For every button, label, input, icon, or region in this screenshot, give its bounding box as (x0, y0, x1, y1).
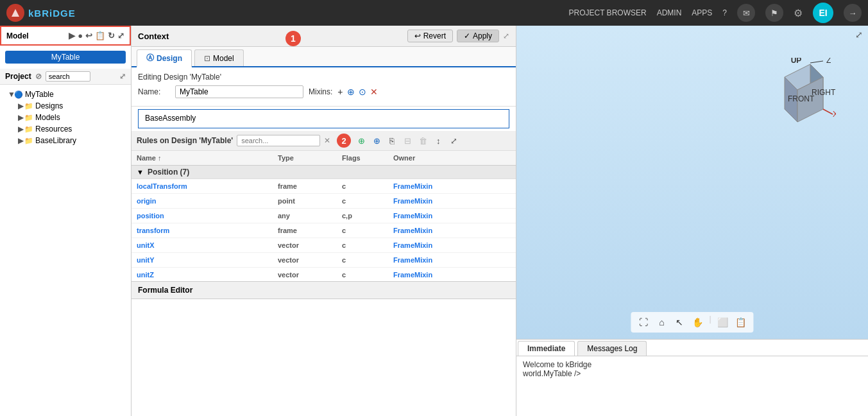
viewport-expand-icon[interactable]: ⤢ (855, 30, 863, 40)
rules-expand-icon[interactable]: ⤢ (447, 134, 460, 147)
rules-table-body: ▼ Position (7) localTransform frame c Fr… (132, 166, 516, 281)
mixin-remove-icon[interactable]: ✕ (370, 87, 378, 97)
project-header: Project ⊘ ⤢ (0, 69, 131, 85)
col-header-owner: Owner (388, 153, 516, 163)
vp-select-icon[interactable]: ↖ (672, 315, 687, 330)
editing-label: Editing Design 'MyTable' (138, 73, 509, 82)
rules-add-icon[interactable]: ⊕ (355, 134, 368, 147)
row-type: vector (273, 240, 337, 250)
apply-button[interactable]: ✓ Apply (457, 30, 499, 42)
project-search-input[interactable] (46, 71, 90, 82)
model-header: Model ▶ ● ↩ 📋 ↻ ⤢ (0, 26, 131, 46)
nav-admin[interactable]: ADMIN (657, 8, 682, 17)
tree-folder-icon: 📁 (24, 137, 33, 145)
mixin-info-icon[interactable]: ⊙ (359, 87, 366, 97)
context-header: Context 1 ↩ Revert ✓ Apply ⤢ (132, 26, 516, 47)
project-expand-icon[interactable]: ⤢ (119, 72, 126, 81)
left-panel: Model ▶ ● ↩ 📋 ↻ ⤢ MyTable Project ⊘ ⤢ ▼ … (0, 26, 132, 416)
model-doc-icon[interactable]: 📋 (95, 31, 105, 40)
row-owner[interactable]: FrameMixin (388, 196, 516, 206)
row-name[interactable]: unitZ (132, 270, 273, 280)
right-panel: ⤢ UP Z (516, 26, 868, 416)
app-title: kBRiDGE (28, 8, 76, 19)
nav-flag-icon[interactable]: ⚑ (765, 4, 783, 22)
tree-item-resources[interactable]: ▶ 📁 Resources (5, 123, 126, 135)
row-name[interactable]: origin (132, 196, 273, 206)
vp-home-icon[interactable]: ⌂ (654, 315, 669, 330)
rules-toggle-icon[interactable]: ⊟ (401, 134, 414, 147)
row-name[interactable]: transform (132, 225, 273, 236)
svg-text:X: X (833, 110, 836, 119)
row-owner[interactable]: FrameMixin (388, 255, 516, 265)
row-owner[interactable]: FrameMixin (388, 181, 516, 191)
tab-design[interactable]: Ⓐ Design (137, 49, 192, 67)
tab-model[interactable]: ⊡ Model (194, 49, 244, 66)
welcome-text: Welcome to kBridge (523, 360, 862, 369)
nav-help[interactable]: ? (722, 8, 727, 17)
name-input[interactable] (175, 85, 303, 98)
rules-search-clear[interactable]: ✕ (324, 136, 330, 145)
rules-paste-icon[interactable]: ⎘ (386, 134, 398, 147)
project-filter-icon[interactable]: ⊘ (35, 72, 42, 81)
row-owner[interactable]: FrameMixin (388, 270, 516, 280)
viewport[interactable]: ⤢ UP Z (516, 26, 868, 339)
viewport-toolbar: ⛶ ⌂ ↖ ✋ | ⬜ 📋 (631, 312, 753, 333)
vp-doc-icon[interactable]: 📋 (733, 315, 749, 330)
row-name[interactable]: unitY (132, 255, 273, 265)
rules-sort-icon[interactable]: ↕ (432, 134, 445, 147)
row-name[interactable]: localTransform (132, 181, 273, 191)
mixin-add-icon[interactable]: + (337, 87, 343, 97)
row-owner[interactable]: FrameMixin (388, 225, 516, 236)
mixin-search-icon[interactable]: ⊕ (347, 87, 355, 97)
tab-immediate[interactable]: Immediate (518, 341, 575, 356)
vp-box-icon[interactable]: ⬜ (715, 315, 731, 330)
model-undo-icon[interactable]: ↩ (85, 31, 92, 40)
rules-search-input[interactable] (237, 135, 320, 146)
svg-line-6 (810, 61, 823, 63)
row-name[interactable]: unitX (132, 240, 273, 250)
nav-logout-icon[interactable]: → (844, 4, 862, 22)
nav-user-button[interactable]: EI (813, 3, 833, 23)
context-title: Context (138, 31, 169, 41)
middle-panel: Context 1 ↩ Revert ✓ Apply ⤢ Ⓐ Design ⊡ … (132, 26, 516, 416)
app-logo: kBRiDGE (6, 4, 76, 22)
revert-button[interactable]: ↩ Revert (407, 30, 453, 42)
rules-copy-icon[interactable]: ⊕ (370, 134, 383, 147)
row-type: any (273, 211, 337, 221)
immediate-content[interactable]: Welcome to kBridge world.MyTable /> (516, 356, 868, 416)
model-expand-icon[interactable]: ⤢ (117, 31, 124, 40)
model-active-item[interactable]: MyTable (5, 51, 126, 64)
col-header-name: Name ↑ (132, 153, 273, 163)
nav-settings-icon[interactable]: ⚙ (794, 7, 803, 19)
section-collapse-icon[interactable]: ▼ (137, 168, 144, 176)
vp-hand-icon[interactable]: ✋ (690, 315, 705, 330)
nav-apps[interactable]: APPS (692, 8, 712, 17)
context-expand-icon[interactable]: ⤢ (503, 31, 509, 40)
main-layout: Model ▶ ● ↩ 📋 ↻ ⤢ MyTable Project ⊘ ⤢ ▼ … (0, 26, 868, 416)
row-owner[interactable]: FrameMixin (388, 240, 516, 250)
tree-folder-icon: 📁 (24, 125, 33, 134)
row-name[interactable]: position (132, 211, 273, 221)
tree-item-designs[interactable]: ▶ 📁 Designs (5, 100, 126, 112)
col-header-type: Type (273, 153, 337, 163)
model-play-icon[interactable]: ▶ (69, 31, 75, 40)
model-circle-icon[interactable]: ● (78, 31, 83, 40)
table-row: localTransform frame c FrameMixin (132, 179, 516, 194)
tab-messages-log[interactable]: Messages Log (577, 341, 647, 356)
vp-fullscreen-icon[interactable]: ⛶ (636, 315, 651, 330)
row-type: vector (273, 255, 337, 265)
nav-mail-icon[interactable]: ✉ (737, 4, 755, 22)
formula-editor-body[interactable] (132, 299, 516, 416)
nav-project-browser[interactable]: PROJECT BROWSER (569, 8, 647, 17)
section-position: ▼ Position (7) (132, 166, 516, 179)
tree-item-mytable[interactable]: ▼ 🔵 MyTable (5, 89, 126, 100)
apply-icon: ✓ (464, 31, 470, 40)
model-refresh-icon[interactable]: ↻ (108, 31, 115, 40)
project-tree: ▼ 🔵 MyTable ▶ 📁 Designs ▶ 📁 Models ▶ 📁 R… (0, 85, 131, 416)
rules-delete-icon[interactable]: 🗑 (416, 134, 429, 147)
row-owner[interactable]: FrameMixin (388, 211, 516, 221)
tree-expand-icon: ▶ (18, 101, 24, 110)
mixin-item-baseassembly[interactable]: BaseAssembly (141, 112, 506, 124)
tree-item-baselibrary[interactable]: ▶ 📁 BaseLibrary (5, 135, 126, 146)
tree-item-models[interactable]: ▶ 📁 Models (5, 112, 126, 123)
